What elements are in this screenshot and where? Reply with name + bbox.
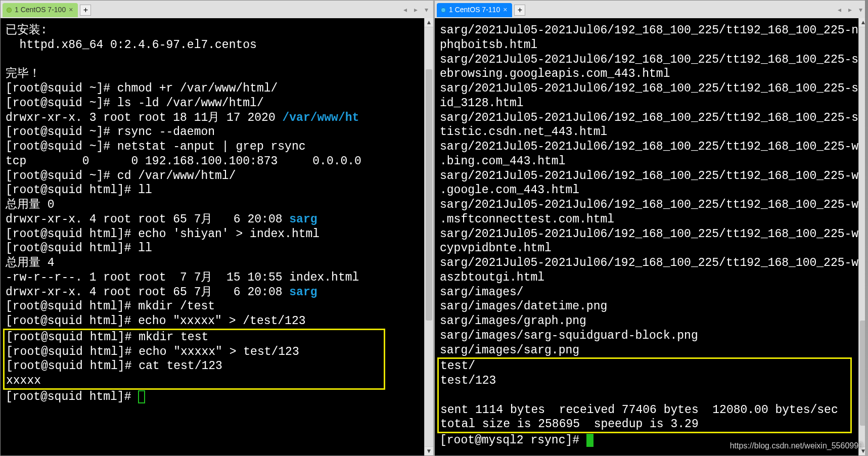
tab-centos-110[interactable]: 1 CentOS 7-110 × — [437, 3, 512, 17]
dropdown-icon[interactable]: ▾ — [856, 5, 865, 16]
close-icon[interactable]: × — [503, 6, 507, 15]
terminal-output-left: 已安装: httpd.x86_64 0:2.4.6-97.el7.centos完… — [6, 23, 428, 329]
scrollbar-left[interactable]: ▲ ▼ — [424, 18, 433, 455]
prompt-left: [root@squid html]# — [6, 390, 138, 403]
add-tab-button[interactable]: + — [514, 5, 525, 16]
highlight-box-left: [root@squid html]# mkdir test[root@squid… — [3, 329, 385, 390]
tabbar-left: 1 CentOS 7-100 × + ◂ ▸ ▾ — [1, 1, 433, 18]
scroll-track[interactable] — [425, 27, 433, 446]
close-icon[interactable]: × — [69, 6, 73, 15]
cursor-icon — [586, 434, 593, 447]
tabbar-right: 1 CentOS 7-110 × + ◂ ▸ ▾ — [435, 1, 867, 18]
prompt-right: [root@mysql2 rsync]# — [440, 434, 586, 447]
right-pane: 1 CentOS 7-110 × + ◂ ▸ ▾ sarg/2021Jul05-… — [434, 0, 868, 456]
cursor-icon — [138, 390, 145, 403]
chevron-right-icon[interactable]: ▸ — [411, 5, 421, 16]
terminal-left[interactable]: 已安装: httpd.x86_64 0:2.4.6-97.el7.centos完… — [1, 18, 433, 455]
scroll-down-icon[interactable]: ▼ — [425, 446, 433, 455]
terminal-output-right: sarg/2021Jul05-2021Jul06/192_168_100_225… — [440, 23, 862, 357]
scroll-up-icon[interactable]: ▲ — [425, 18, 433, 27]
tab-label: 1 CentOS 7-100 — [15, 6, 66, 15]
add-tab-button[interactable]: + — [80, 5, 91, 16]
dropdown-icon[interactable]: ▾ — [422, 5, 431, 16]
highlight-box-right: test/test/123sent 1114 bytes received 77… — [437, 357, 852, 433]
edge-strip — [865, 0, 868, 456]
chevron-right-icon[interactable]: ▸ — [845, 5, 855, 16]
status-dot-icon — [7, 8, 12, 13]
left-pane: 1 CentOS 7-100 × + ◂ ▸ ▾ 已安装: httpd.x86_… — [0, 0, 434, 456]
status-dot-icon — [441, 8, 446, 13]
tab-centos-100[interactable]: 1 CentOS 7-100 × — [3, 3, 78, 17]
terminal-right[interactable]: sarg/2021Jul05-2021Jul06/192_168_100_225… — [435, 18, 867, 455]
chevron-left-icon[interactable]: ◂ — [400, 5, 410, 16]
scroll-thumb[interactable] — [426, 69, 432, 321]
tab-nav: ◂ ▸ ▾ — [835, 5, 865, 16]
tab-nav: ◂ ▸ ▾ — [400, 5, 431, 16]
chevron-left-icon[interactable]: ◂ — [835, 5, 844, 16]
tab-label: 1 CentOS 7-110 — [449, 6, 500, 15]
